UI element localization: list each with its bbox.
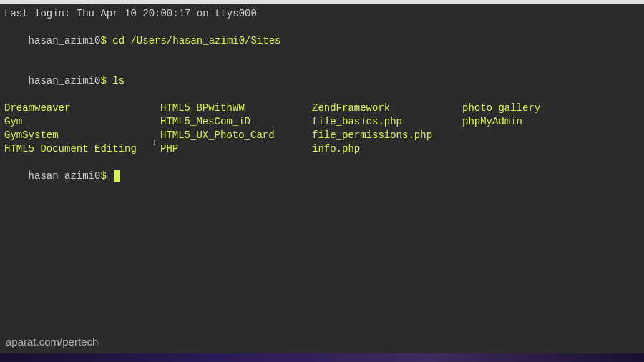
prompt-user: hasan_azimi0 <box>29 75 101 87</box>
prompt-line-cd: hasan_azimi0$ cd /Users/hasan_azimi0/Sit… <box>4 21 640 62</box>
terminal-viewport[interactable]: Last login: Thu Apr 10 20:00:17 on ttys0… <box>0 4 644 199</box>
prompt-line-idle[interactable]: hasan_azimi0$ <box>4 156 640 197</box>
prompt-dollar: $ <box>100 35 106 47</box>
prompt-dollar: $ <box>100 75 106 87</box>
ls-item: HTML5_MesCom_iD <box>160 115 312 129</box>
prompt-user: hasan_azimi0 <box>29 170 101 182</box>
ls-item: PHP <box>160 142 312 156</box>
ls-item: HTML5_UX_Photo_Card <box>160 129 312 142</box>
ls-item: photo_gallery <box>462 102 640 115</box>
cursor-block <box>114 170 120 182</box>
ls-item: GymSystem <box>4 129 160 142</box>
command-ls: ls <box>112 75 125 87</box>
ls-item: phpMyAdmin <box>462 115 640 129</box>
ls-item: info.php <box>312 142 462 156</box>
ls-item: HTML5 Document Editing <box>4 142 160 156</box>
last-login-line: Last login: Thu Apr 10 20:00:17 on ttys0… <box>4 7 640 21</box>
watermark-text: aparat.com/pertech <box>6 335 98 349</box>
ls-item <box>462 129 640 142</box>
ibeam-cursor-icon: I <box>153 136 156 149</box>
prompt-dollar: $ <box>100 170 106 182</box>
ls-item <box>462 142 640 156</box>
ls-output: Dreamweaver HTML5_BPwithWW ZendFramework… <box>4 102 640 156</box>
dock-strip <box>0 353 644 362</box>
ls-item: file_permissions.php <box>312 129 462 142</box>
ls-item: ZendFramework <box>312 102 462 115</box>
ls-item: file_basics.php <box>312 115 462 129</box>
ls-item: Gym <box>4 115 160 129</box>
prompt-line-ls: hasan_azimi0$ ls <box>4 62 640 102</box>
ls-item: HTML5_BPwithWW <box>160 102 312 115</box>
command-cd: cd /Users/hasan_azimi0/Sites <box>112 35 280 47</box>
ls-item: Dreamweaver <box>4 102 160 115</box>
prompt-user: hasan_azimi0 <box>29 35 101 47</box>
